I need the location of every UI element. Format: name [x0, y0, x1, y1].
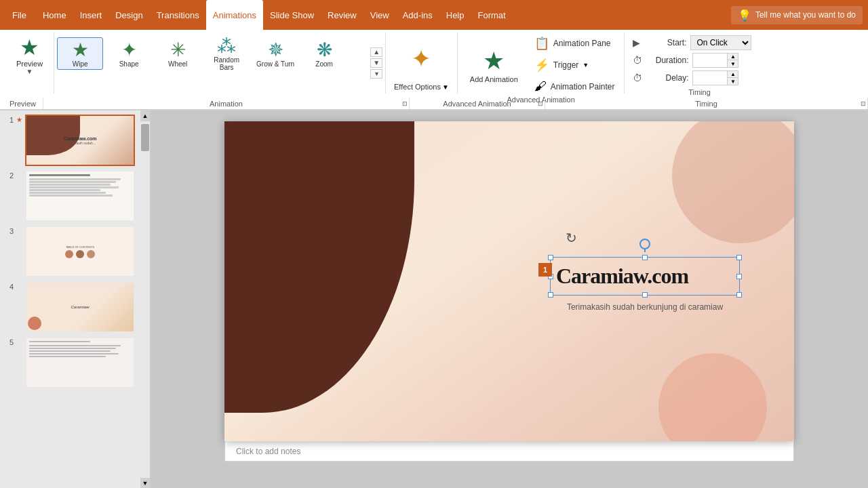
preview-button[interactable]: ★ Preview ▼ — [11, 34, 48, 78]
gallery-scroll-expand[interactable]: ▾ — [370, 69, 382, 79]
tell-me-text: Tell me what you want to do — [755, 10, 856, 20]
slide-item-1[interactable]: 1 ★ Caramiaw.com Terimakasih sudah... — [4, 115, 135, 166]
advanced-section-expand-icon[interactable]: ⊡ — [538, 100, 543, 107]
ribbon-section-labels: Preview Animation ⊡ Advanced Animation ⊡… — [0, 98, 868, 110]
slide-number-3: 3 — [4, 226, 14, 235]
animation-row-1: ★ Wipe ✦ Shape ✳ Wheel ⁂ — [57, 33, 369, 74]
handle-top-left[interactable] — [548, 255, 553, 260]
adv-section-inner: ★ Add Animation 📋 Animation Pane ⚡ Trigg… — [463, 34, 619, 96]
slide-thumb-3[interactable]: TABLE OF CONTENTS — [25, 226, 135, 277]
handle-middle-right[interactable] — [736, 274, 742, 279]
rotate-cursor-icon: ↻ — [566, 230, 577, 246]
delay-spin-buttons: ▲ ▼ — [727, 71, 738, 85]
slide-item-2[interactable]: 2 ★ — [4, 170, 135, 222]
tell-me-box[interactable]: 💡 Tell me what you want to do — [731, 6, 863, 24]
menu-design[interactable]: Design — [108, 0, 149, 30]
trigger-button[interactable]: ⚡ Trigger ▼ — [530, 56, 619, 75]
bg-shape-pink-top-right — [672, 121, 794, 243]
menu-insert[interactable]: Insert — [73, 0, 109, 30]
thumb3-title: TABLE OF CONTENTS — [66, 245, 94, 249]
effect-options-icon-wrap: ✦ — [411, 35, 431, 83]
animation-section-expand-icon[interactable]: ⊡ — [402, 100, 408, 107]
wipe-icon: ★ — [72, 41, 89, 60]
animation-wheel[interactable]: ✳ Wheel — [155, 38, 201, 69]
animation-shape[interactable]: ✦ Shape — [106, 38, 152, 69]
menu-format[interactable]: Format — [471, 0, 513, 30]
menu-addins[interactable]: Add-ins — [396, 0, 439, 30]
add-animation-button[interactable]: ★ Add Animation — [463, 44, 525, 86]
bg-shape-dark — [224, 121, 414, 413]
duration-down-button[interactable]: ▼ — [727, 60, 738, 67]
preview-section: ★ Preview ▼ — [5, 33, 54, 94]
timing-section: ▶ Start: On Click ⏱ Duration: 00,50 ▲ ▼ — [625, 33, 774, 94]
animation-badge: 1 — [538, 263, 552, 277]
animation-growturn[interactable]: ✵ Grow & Turn — [252, 38, 298, 69]
timing-duration-input[interactable]: 00,50 — [693, 54, 727, 67]
scroll-thumb[interactable] — [141, 124, 149, 151]
animation-pane-button[interactable]: 📋 Animation Pane — [530, 34, 619, 53]
handle-bottom-middle[interactable] — [642, 292, 648, 298]
thumb1-sub: Terimakasih sudah... — [64, 141, 96, 145]
duration-icon: ⏱ — [633, 55, 642, 66]
slide-item-5[interactable]: 5 ★ — [4, 337, 135, 388]
effect-options-arrow-icon: ▼ — [442, 83, 449, 91]
animation-pane-icon: 📋 — [534, 36, 549, 51]
slide-number-1: 1 — [4, 115, 14, 124]
timing-start-row: ▶ Start: On Click — [633, 35, 766, 50]
scroll-up-arrow[interactable]: ▲ — [140, 110, 150, 121]
file-menu[interactable]: File — [3, 0, 36, 30]
animation-painter-icon: 🖌 — [534, 79, 547, 94]
canvas-area[interactable]: ↻ 1 Caramiaw.com Terimakasih sudah berku — [151, 110, 868, 488]
timing-delay-input[interactable]: 00,00 — [693, 71, 727, 85]
slide-canvas[interactable]: ↻ 1 Caramiaw.com Terimakasih sudah berku — [224, 121, 794, 441]
handle-top-middle[interactable] — [642, 255, 648, 260]
menu-slideshow[interactable]: Slide Show — [263, 0, 321, 30]
timing-section-label-bar: Timing ⊡ — [545, 98, 868, 109]
preview-label: Preview — [16, 60, 43, 68]
gallery-scroll: ▲ ▼ ▾ — [370, 47, 382, 79]
slide-text-element[interactable]: 1 Caramiaw.com Terimakasih sudah berkunj… — [550, 257, 740, 312]
menu-transitions[interactable]: Transitions — [150, 0, 206, 30]
animation-section-label: Animation ⊡ — [43, 98, 410, 109]
menu-home[interactable]: Home — [36, 0, 73, 30]
wheel-icon: ✳ — [170, 41, 186, 60]
slide-subtitle: Terimakasih sudah berkunjung di caramiaw — [550, 302, 740, 312]
adv-buttons: 📋 Animation Pane ⚡ Trigger ▼ 🖌 Anima — [530, 34, 619, 96]
rotate-handle[interactable] — [639, 239, 650, 249]
slide-thumb-4[interactable]: Caramiaw — [25, 281, 135, 333]
notes-bar[interactable]: Click to add notes — [224, 441, 794, 462]
effect-options-section[interactable]: ✦ Effect Options ▼ — [386, 33, 458, 94]
gallery-scroll-down[interactable]: ▼ — [370, 58, 382, 68]
delay-up-button[interactable]: ▲ — [727, 71, 738, 78]
slide-thumb-1[interactable]: Caramiaw.com Terimakasih sudah... — [25, 115, 135, 166]
slides-list: 1 ★ Caramiaw.com Terimakasih sudah... 2 … — [0, 110, 140, 488]
scroll-track — [140, 121, 150, 478]
scroll-down-arrow[interactable]: ▼ — [140, 478, 150, 488]
slide-thumb-2[interactable] — [25, 170, 135, 222]
handle-top-right[interactable] — [736, 255, 742, 260]
animation-wipe[interactable]: ★ Wipe — [57, 37, 103, 70]
menu-review[interactable]: Review — [321, 0, 363, 30]
duration-up-button[interactable]: ▲ — [727, 54, 738, 60]
timing-duration-spinner: 00,50 ▲ ▼ — [692, 53, 738, 68]
slide-panel-scrollbar[interactable]: ▲ ▼ — [140, 110, 150, 488]
menu-view[interactable]: View — [363, 0, 396, 30]
animation-randombars[interactable]: ⁂ Random Bars — [203, 34, 250, 73]
wheel-label: Wheel — [168, 60, 187, 68]
timing-duration-row: ⏱ Duration: 00,50 ▲ ▼ — [633, 53, 766, 68]
slide-item-4[interactable]: 4 ★ Caramiaw — [4, 281, 135, 333]
timing-start-select[interactable]: On Click — [690, 35, 751, 50]
slide-item-3[interactable]: 3 ★ TABLE OF CONTENTS — [4, 226, 135, 277]
handle-bottom-right[interactable] — [736, 292, 742, 298]
delay-down-button[interactable]: ▼ — [727, 78, 738, 85]
animation-zoom[interactable]: ❋ Zoom — [301, 38, 347, 69]
menu-help[interactable]: Help — [439, 0, 471, 30]
preview-icon: ★ — [20, 37, 39, 58]
menu-animations[interactable]: Animations — [206, 0, 263, 30]
animation-painter-button[interactable]: 🖌 Animation Painter — [530, 77, 619, 96]
handle-bottom-left[interactable] — [548, 292, 553, 298]
menubar: File Home Insert Design Transitions Anim… — [0, 0, 868, 30]
gallery-scroll-up[interactable]: ▲ — [370, 47, 382, 57]
slide-thumb-5[interactable] — [25, 337, 135, 388]
timing-section-expand-icon[interactable]: ⊡ — [861, 100, 866, 107]
